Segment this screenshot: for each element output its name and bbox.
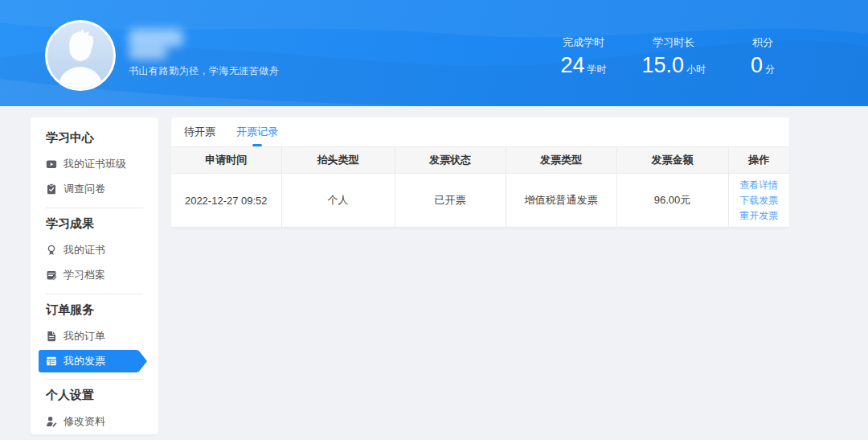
sidebar-section-learning-center: 学习中心 [31,123,158,151]
sidebar-divider [46,208,143,208]
cell-status: 已开票 [395,174,506,228]
sidebar-item-account-security[interactable]: 账号安全 [31,434,158,434]
sidebar-item-label: 学习档案 [63,268,105,282]
sidebar: 学习中心 我的证书班级 调查问卷 学习成果 我的证书 学习档案 订单服务 我的订… [31,117,158,434]
invoice-tabs: 待开票 开票记录 [171,117,789,146]
video-icon [46,158,57,170]
sidebar-item-label: 我的证书班级 [63,157,126,171]
sidebar-section-personal-settings: 个人设置 [31,380,158,409]
cell-invoice-type: 增值税普通发票 [506,174,616,228]
reissue-invoice-link[interactable]: 重开发票 [729,208,790,224]
sidebar-item-label: 我的发票 [63,354,105,368]
avatar [45,20,116,91]
stat-label: 完成学时 [563,35,604,50]
view-details-link[interactable]: 查看详情 [729,178,790,193]
stat-value: 24 [560,54,584,76]
sidebar-item-edit-profile[interactable]: 修改资料 [31,409,158,434]
invoice-panel: 待开票 开票记录 申请时间 抬头类型 发票状态 发票类型 发票金额 操作 202… [171,117,789,228]
sidebar-item-label: 调查问卷 [63,182,105,196]
sidebar-item-label: 修改资料 [63,414,105,429]
profile-edit-icon [46,416,57,427]
archive-icon [46,269,57,281]
sidebar-item-survey[interactable]: 调查问卷 [31,176,158,201]
stat-study-duration: 学习时长 15.0 小时 [641,35,706,76]
sidebar-item-my-certificates[interactable]: 我的证书 [31,237,158,262]
sidebar-item-learning-archive[interactable]: 学习档案 [31,262,158,287]
sidebar-divider [46,379,143,380]
sidebar-item-certificate-classes[interactable]: 我的证书班级 [31,151,158,176]
sidebar-section-learning-results: 学习成果 [31,209,158,237]
sidebar-item-label: 我的订单 [63,329,105,343]
table-header-row: 申请时间 抬头类型 发票状态 发票类型 发票金额 操作 [171,147,789,174]
stat-value: 15.0 [641,54,684,76]
stat-label: 积分 [752,35,773,50]
col-header-actions: 操作 [728,147,789,174]
study-stats: 完成学时 24 学时 学习时长 15.0 小时 积分 0 分 [560,35,784,76]
stat-label: 学习时长 [653,35,694,50]
cell-title-type: 个人 [281,174,395,228]
col-header-status: 发票状态 [395,147,506,174]
stat-completed-hours: 完成学时 24 学时 [560,35,606,76]
col-header-title-type: 抬头类型 [281,147,395,174]
cell-amount: 96.00元 [616,174,728,228]
stat-unit: 小时 [686,63,706,76]
table-row: 2022-12-27 09:52 个人 已开票 增值税普通发票 96.00元 查… [171,174,789,228]
user-motto: 书山有路勤为径，学海无涯苦做舟 [129,64,280,78]
medal-icon [46,245,57,256]
sidebar-divider [46,294,143,294]
col-header-invoice-type: 发票类型 [506,147,616,174]
col-header-amount: 发票金额 [616,147,728,174]
tab-pending-invoice[interactable]: 待开票 [184,117,215,146]
survey-icon [46,183,57,195]
user-banner: 书山有路勤为径，学海无涯苦做舟 完成学时 24 学时 学习时长 15.0 小时 … [0,0,868,106]
invoice-icon [46,356,57,367]
order-icon [46,331,57,342]
cell-apply-time: 2022-12-27 09:52 [171,174,281,228]
sidebar-item-label: 我的证书 [63,243,105,257]
sidebar-item-my-invoices[interactable]: 我的发票 [39,350,138,372]
stat-points: 积分 0 分 [741,35,784,76]
avatar-icon [47,23,113,88]
stat-unit: 分 [765,63,775,76]
stat-unit: 学时 [587,63,606,76]
username-redacted [129,27,193,63]
invoice-table: 申请时间 抬头类型 发票状态 发票类型 发票金额 操作 2022-12-27 0… [171,146,789,228]
tab-invoice-records[interactable]: 开票记录 [236,117,278,146]
stat-value: 0 [751,54,763,76]
col-header-apply-time: 申请时间 [171,147,281,174]
sidebar-section-order-services: 订单服务 [31,295,158,323]
download-invoice-link[interactable]: 下载发票 [729,193,790,208]
cell-actions: 查看详情 下载发票 重开发票 [728,174,789,228]
sidebar-item-my-orders[interactable]: 我的订单 [31,323,158,348]
